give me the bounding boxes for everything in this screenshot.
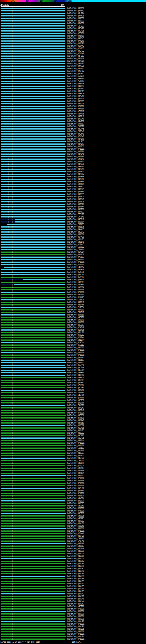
alignment-bar[interactable] [1,66,65,67]
alignment-bar[interactable] [1,450,65,451]
alignment-bar[interactable] [1,176,65,177]
hit-label[interactable]: UniRef100_Q07B21 [67,170,146,173]
hit-label[interactable]: UniRef100_Q0VUA7 [67,582,146,585]
alignment-bar[interactable] [1,134,65,134]
alignment-bar[interactable] [1,634,65,635]
alignment-bar[interactable] [1,141,65,142]
hit-label[interactable]: UniRef100_Q9SF73 [67,50,146,52]
hit-label[interactable]: UniRef100_B97AU2 [67,301,146,304]
alignment-bar[interactable] [1,297,65,298]
alignment-bar[interactable] [1,342,65,343]
hit-label[interactable]: UniRef100_Q6PM39 [67,236,146,238]
hit-label[interactable]: UniRef100_Q0VUW2 [67,603,146,605]
alignment-bar[interactable] [1,201,65,202]
hit-label[interactable]: UniRef100_Q07B22 [67,211,146,213]
alignment-bar[interactable] [1,533,65,534]
hit-label[interactable]: UniRef100_Q66107 [67,88,146,90]
hit-label[interactable]: UniRef100_Q07BY5 [67,188,146,190]
alignment-bar[interactable] [1,96,65,97]
hit-label[interactable]: UniRef100_Q0VUB0 [67,578,146,580]
alignment-bar[interactable] [1,596,65,597]
alignment-bar[interactable] [15,219,65,220]
hit-label[interactable]: UniRef100_Q0VUC2 [67,560,146,562]
alignment-bar[interactable] [1,576,65,577]
alignment-bar[interactable] [1,563,65,564]
hit-label[interactable]: UniRef100_Q4U345 [67,72,146,75]
hit-label[interactable]: UniRef100_Q0VU97 [67,620,146,623]
alignment-bar[interactable] [1,598,65,600]
hit-label[interactable]: UniRef100_B9SFA3 [67,166,146,168]
alignment-bar[interactable] [1,400,65,401]
hit-label[interactable]: UniRef100_A9PJ87 [67,62,146,65]
alignment-bar[interactable] [1,540,65,542]
hit-label[interactable]: UniRef100_Q07B37 [67,160,146,163]
alignment-bar[interactable] [1,458,65,459]
alignment-bar[interactable] [1,73,65,74]
alignment-bar[interactable] [1,465,65,466]
alignment-bar[interactable] [1,58,65,59]
hit-label[interactable]: UniRef100_Q0VUB3 [67,572,146,575]
alignment-bar[interactable] [1,626,65,627]
hit-label[interactable]: UniRef100_A43BC5 [67,515,146,517]
alignment-bar[interactable] [1,438,65,438]
alignment-bar[interactable] [1,611,65,612]
alignment-bar[interactable] [1,566,65,567]
hit-label[interactable]: UniRef100_Q0VUA1 [67,595,146,598]
alignment-bar[interactable] [1,101,65,102]
alignment-bar[interactable] [1,360,65,361]
hit-label[interactable]: UniRef100_B1G7S6 [67,427,146,429]
hit-label[interactable]: UniRef100_B4FL13 [67,55,146,57]
hit-label[interactable]: UniRef100_Q3C1T1 [67,434,146,437]
hit-label[interactable]: UniRef100_Q07BX4 [67,206,146,208]
hit-label[interactable]: UniRef100_UP1000... [67,444,146,447]
alignment-bar[interactable] [1,516,65,516]
hit-label[interactable]: UniRef100_Q0VUB2 [67,520,146,522]
hit-label[interactable]: UniRef100_Q21TW4 [67,336,146,339]
hit-label[interactable]: UniRef100_Q07BZ6 [67,203,146,206]
hit-label[interactable]: UniRef100_Q6GL17 [67,324,146,326]
hit-label[interactable]: UniRef100_Q0VUB8 [67,565,146,568]
hit-label[interactable]: UniRef100_Q2N0K9 [67,326,146,329]
alignment-bar[interactable] [1,367,65,368]
alignment-bar[interactable] [1,334,65,336]
alignment-bar[interactable] [1,46,65,46]
hit-label[interactable]: UniRef100_UP1000... [67,480,146,482]
hit-label[interactable]: UniRef100_Q6R6P7 [67,42,146,45]
alignment-bar[interactable] [1,478,65,479]
hit-label[interactable]: UniRef100_UP1000... [67,291,146,294]
alignment-bar-lowscore[interactable] [1,284,14,285]
alignment-bar[interactable] [1,234,65,235]
alignment-bar[interactable] [1,337,65,338]
hit-label[interactable]: UniRef100_A5BV54 [67,75,146,78]
alignment-bar[interactable] [1,377,65,378]
alignment-bar[interactable] [1,354,65,356]
alignment-bar[interactable] [1,292,65,293]
hit-label[interactable]: UniRef100_Q05HD2 [67,454,146,457]
alignment-bar[interactable] [1,500,65,502]
hit-label[interactable]: UniRef100_B9EUP0 [67,102,146,105]
alignment-bar[interactable] [1,287,65,288]
alignment-bar[interactable] [1,314,65,316]
hit-label[interactable]: UniRef100_Q0VUA2 [67,592,146,595]
alignment-bar[interactable] [1,246,65,248]
alignment-bar[interactable] [1,593,65,594]
hit-label[interactable]: UniRef100_C6TAE3 [67,223,146,226]
hit-label[interactable]: UniRef100_Q0VUD1 [67,550,146,552]
hit-label[interactable]: UniRef100_Q07BY4 [67,190,146,193]
alignment-bar[interactable] [1,254,65,255]
alignment-bar[interactable] [1,232,65,232]
hit-label[interactable]: UniRef100_Q0QEB5 [67,402,146,404]
alignment-bar[interactable] [1,181,65,182]
alignment-bar[interactable] [1,475,65,476]
hit-label[interactable]: UniRef100_A4E2Y1 [67,505,146,507]
alignment-bar[interactable] [1,573,65,574]
alignment-bar[interactable] [1,362,65,363]
hit-label[interactable]: UniRef100_Q6JBD9 [67,253,146,256]
hit-label[interactable]: UniRef100_UP1000... [67,610,146,613]
hit-label[interactable]: UniRef100_C3S177 [67,537,146,540]
hit-label[interactable]: UniRef100_B9ARP0 [67,268,146,271]
alignment-bar[interactable] [1,352,65,353]
hit-label[interactable]: UniRef100_UP1000... [67,630,146,633]
alignment-bar[interactable] [1,428,65,428]
hit-label[interactable]: UniRef100_UP1000... [67,470,146,472]
